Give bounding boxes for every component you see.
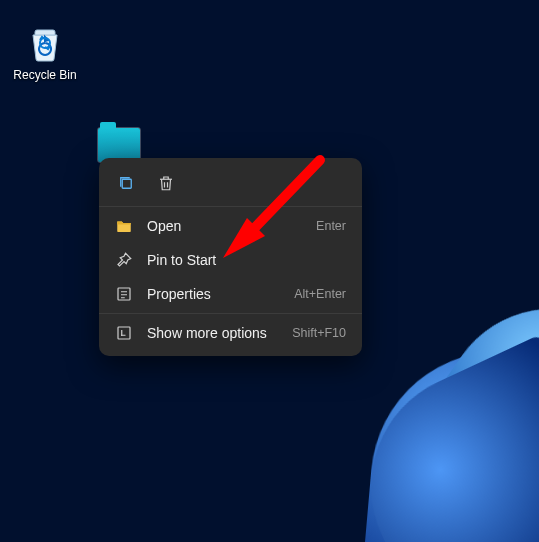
context-menu-toolbar <box>99 164 362 204</box>
menu-item-shortcut: Alt+Enter <box>294 287 346 301</box>
show-more-icon <box>115 324 133 342</box>
menu-item-show-more-options[interactable]: Show more options Shift+F10 <box>99 316 362 350</box>
menu-separator <box>99 313 362 314</box>
menu-item-label: Pin to Start <box>147 252 332 268</box>
context-menu: Open Enter Pin to Start Properties Alt+E… <box>99 158 362 356</box>
recycle-bin-desktop-icon[interactable]: Recycle Bin <box>10 22 80 82</box>
recycle-bin-icon <box>24 22 66 64</box>
menu-item-pin-to-start[interactable]: Pin to Start <box>99 243 362 277</box>
menu-item-properties[interactable]: Properties Alt+Enter <box>99 277 362 311</box>
properties-icon <box>115 285 133 303</box>
menu-item-label: Open <box>147 218 302 234</box>
menu-separator <box>99 206 362 207</box>
pin-icon <box>115 251 133 269</box>
folder-icon <box>115 217 133 235</box>
menu-item-shortcut: Enter <box>316 219 346 233</box>
menu-item-label: Properties <box>147 286 280 302</box>
selected-folder-icon[interactable] <box>98 128 140 162</box>
menu-item-shortcut: Shift+F10 <box>292 326 346 340</box>
open-in-new-window-icon[interactable] <box>115 172 137 194</box>
delete-icon[interactable] <box>155 172 177 194</box>
svg-rect-0 <box>122 179 131 188</box>
recycle-bin-label: Recycle Bin <box>10 68 80 82</box>
svg-rect-2 <box>118 327 130 339</box>
menu-item-open[interactable]: Open Enter <box>99 209 362 243</box>
menu-item-label: Show more options <box>147 325 278 341</box>
